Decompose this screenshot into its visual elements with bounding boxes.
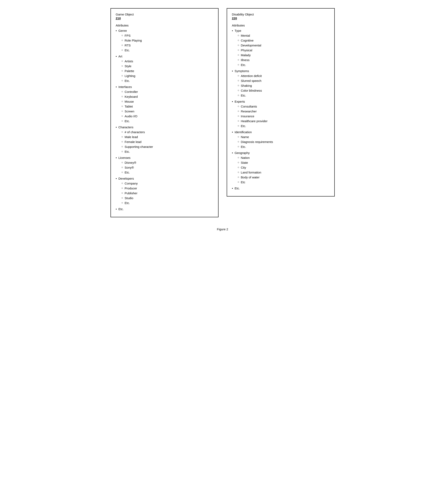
list-item: ○Insurance bbox=[238, 114, 329, 119]
circle-icon: ○ bbox=[121, 181, 123, 185]
sub-label: Publisher bbox=[125, 191, 137, 196]
main-container: Game Object 210 Attributes • Genre ○FPS … bbox=[111, 8, 335, 217]
circle-icon: ○ bbox=[238, 104, 239, 108]
list-item: ○Diagnosis requirements bbox=[238, 140, 329, 144]
top-level-row: • Geography bbox=[232, 150, 329, 155]
bullet-icon: • bbox=[232, 150, 233, 155]
disability-object-list: • Type ○Mental ○Cognitive ○Developmental… bbox=[232, 28, 329, 191]
circle-icon: ○ bbox=[238, 180, 239, 184]
circle-icon: ○ bbox=[238, 114, 239, 118]
list-item: ○Male lead bbox=[121, 135, 213, 140]
circle-icon: ○ bbox=[238, 73, 239, 78]
list-item: ○Illness bbox=[238, 58, 329, 63]
list-item: ○Palette bbox=[121, 69, 213, 73]
list-item: ○State bbox=[238, 160, 329, 165]
list-item: ○Female lead bbox=[121, 140, 213, 144]
bullet-icon: • bbox=[116, 176, 117, 181]
circle-icon: ○ bbox=[238, 33, 239, 38]
list-item: ○# of characters bbox=[121, 130, 213, 135]
sub-label: Body of water bbox=[241, 175, 259, 180]
bullet-icon: • bbox=[116, 28, 117, 33]
circle-icon: ○ bbox=[121, 114, 123, 118]
list-item: ○Role Playing bbox=[121, 38, 213, 43]
sub-label: RTS bbox=[125, 43, 131, 48]
top-level-row: • Genre bbox=[116, 28, 213, 33]
sub-label: Style bbox=[125, 64, 131, 69]
sub-label: Female lead bbox=[125, 140, 141, 144]
sub-label: Artists bbox=[125, 59, 133, 64]
list-item: ○Etc. bbox=[121, 48, 213, 53]
circle-icon: ○ bbox=[238, 175, 239, 180]
list-item: ○Developmental bbox=[238, 43, 329, 48]
list-item: ○Artists bbox=[121, 59, 213, 64]
circle-icon: ○ bbox=[238, 170, 239, 175]
sub-label: Etc. bbox=[241, 144, 246, 149]
circle-icon: ○ bbox=[121, 33, 123, 38]
list-item: ○Disney® bbox=[121, 160, 213, 165]
genre-sub-list: ○FPS ○Role Playing ○RTS ○Etc. bbox=[121, 33, 213, 53]
sub-label: Name bbox=[241, 135, 249, 140]
circle-icon: ○ bbox=[238, 93, 239, 98]
sub-label: Etc. bbox=[125, 48, 130, 53]
list-item: ○Name bbox=[238, 135, 329, 140]
bullet-icon: • bbox=[116, 85, 117, 90]
interfaces-sub-list: ○Controller ○Keyboard ○Mouse ○Tablet ○Sc… bbox=[121, 90, 213, 124]
circle-icon: ○ bbox=[121, 130, 123, 134]
list-item: • Licenses ○Disney® ○Sony® ○Etc. bbox=[116, 155, 213, 176]
top-level-row: • Characters bbox=[116, 125, 213, 130]
sub-label: Sony® bbox=[125, 165, 134, 170]
disability-object-title: Disability Object bbox=[232, 13, 329, 16]
circle-icon: ○ bbox=[121, 43, 123, 47]
genre-label: Genre bbox=[118, 28, 127, 33]
circle-icon: ○ bbox=[238, 140, 239, 144]
identification-label: Identification bbox=[235, 130, 252, 135]
sub-label: Consultants bbox=[241, 104, 257, 109]
list-item: ○Color blindness bbox=[238, 88, 329, 93]
list-item: • Type ○Mental ○Cognitive ○Developmental… bbox=[232, 28, 329, 68]
symptoms-sub-list: ○Attention deficit ○Slurred speech ○Shak… bbox=[238, 73, 329, 98]
list-item: • Etc. bbox=[232, 186, 329, 191]
circle-icon: ○ bbox=[121, 109, 123, 113]
bullet-icon: • bbox=[116, 54, 117, 59]
list-item: • Geography ○Nation ○State ○City ○Land f… bbox=[232, 150, 329, 185]
list-item: ○Etc. bbox=[238, 124, 329, 128]
list-item: ○Supporting character bbox=[121, 144, 213, 149]
top-level-row: • Etc. bbox=[232, 186, 329, 191]
geography-sub-list: ○Nation ○State ○City ○Land formation ○Bo… bbox=[238, 155, 329, 185]
list-item: ○Etc. bbox=[238, 63, 329, 67]
sub-label: Diagnosis requirements bbox=[241, 140, 273, 144]
circle-icon: ○ bbox=[238, 119, 239, 123]
developers-label: Developers bbox=[118, 176, 134, 181]
circle-icon: ○ bbox=[121, 48, 123, 52]
sub-label: Tablet bbox=[125, 104, 133, 109]
disability-object-attributes-label: Attributes bbox=[232, 24, 329, 27]
sub-label: Controller bbox=[125, 90, 138, 94]
top-level-row: • Etc. bbox=[116, 207, 213, 212]
circle-icon: ○ bbox=[238, 38, 239, 43]
sub-label: Etc. bbox=[125, 200, 130, 205]
list-item: ○Sony® bbox=[121, 165, 213, 170]
disability-object-box: Disability Object 220 Attributes • Type … bbox=[227, 8, 335, 197]
sub-label: Nation bbox=[241, 155, 250, 160]
developers-sub-list: ○Company ○Producer ○Publisher ○Studio ○E… bbox=[121, 181, 213, 205]
circle-icon: ○ bbox=[238, 53, 239, 57]
circle-icon: ○ bbox=[121, 64, 123, 68]
game-object-attributes-label: Attributes bbox=[116, 24, 213, 27]
bullet-icon: • bbox=[232, 99, 233, 104]
top-level-row: • Art bbox=[116, 54, 213, 59]
top-level-row: • Licenses bbox=[116, 155, 213, 160]
list-item: • Interfaces ○Controller ○Keyboard ○Mous… bbox=[116, 85, 213, 125]
sub-label: Shaking bbox=[241, 83, 252, 88]
circle-icon: ○ bbox=[238, 135, 239, 139]
identification-sub-list: ○Name ○Diagnosis requirements ○Etc. bbox=[238, 135, 329, 149]
circle-icon: ○ bbox=[121, 73, 123, 78]
top-level-row: • Developers bbox=[116, 176, 213, 181]
sub-label: Land formation bbox=[241, 170, 261, 175]
list-item: ○Lighting bbox=[121, 73, 213, 78]
circle-icon: ○ bbox=[121, 59, 123, 63]
circle-icon: ○ bbox=[121, 186, 123, 190]
list-item: ○Researcher bbox=[238, 109, 329, 114]
circle-icon: ○ bbox=[238, 78, 239, 83]
sub-label: Insurance bbox=[241, 114, 254, 119]
circle-icon: ○ bbox=[121, 78, 123, 83]
